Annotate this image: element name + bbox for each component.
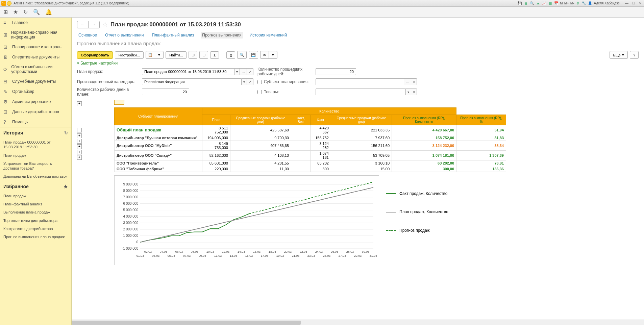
row-expand-box[interactable]: + — [77, 150, 82, 154]
subject-checkbox[interactable] — [257, 80, 262, 84]
preview-button[interactable]: 🔍 — [237, 51, 247, 59]
tab-2[interactable]: План-фактный анализ — [150, 32, 195, 39]
expand-all-button[interactable]: ⊞ — [189, 51, 197, 59]
tab-1[interactable]: Отчет о выполнении — [104, 32, 145, 39]
table-row[interactable]: Дистрибьютор ООО "Склад+"82 162,0004 108… — [115, 150, 506, 160]
horizontal-scrollbar[interactable] — [72, 320, 644, 325]
row-expand-box[interactable]: + — [77, 144, 82, 149]
user-name[interactable]: Аделя Хабаидзе — [594, 1, 620, 5]
collapse-total-box[interactable]: − — [77, 128, 82, 132]
email-button[interactable]: ✉ — [260, 51, 269, 59]
favorites-icon[interactable]: ★ — [13, 9, 18, 15]
save-icon[interactable]: 💾 — [517, 1, 522, 6]
preview-icon[interactable]: 🔍 — [529, 1, 534, 6]
days-plan-input[interactable] — [142, 89, 189, 95]
sidebar-item-9[interactable]: ?Помощь — [0, 117, 71, 127]
settings-button[interactable]: Настройки... — [115, 51, 144, 59]
plan-open-btn[interactable]: ↗ — [247, 68, 253, 75]
row-expand-box[interactable]: + — [77, 139, 82, 144]
print-button[interactable]: 🖨 — [226, 51, 235, 59]
fav-link-1[interactable]: План-фактный анализ — [0, 200, 71, 208]
fav-link-4[interactable]: Контрагенты дистрибьютора — [0, 225, 71, 233]
goods-input[interactable] — [316, 89, 406, 95]
calendar-select-btn[interactable]: ▾ — [242, 78, 247, 85]
days-passed-input[interactable] — [316, 68, 356, 75]
mem-minus-icon[interactable]: M- — [570, 1, 574, 5]
help-button[interactable]: ? — [630, 51, 639, 59]
restore-icon[interactable]: ❐ — [631, 1, 636, 6]
graph-icon[interactable]: 📈 — [542, 1, 546, 6]
mem-plus-icon[interactable]: M+ — [564, 1, 569, 5]
plan-more-btn[interactable]: … — [240, 68, 247, 75]
grid-icon[interactable]: ▦ — [548, 1, 552, 6]
fav-link-2[interactable]: Выполнение плана продаж — [0, 208, 71, 216]
fav-link-0[interactable]: План продаж — [0, 192, 71, 200]
sidebar-item-4[interactable]: ⟳Обмен с мобильными устройствами — [0, 62, 71, 76]
table-row[interactable]: ООО "Табачная фабрика"220,00011,0030015,… — [115, 166, 506, 172]
fav-star-icon[interactable]: ★ — [64, 184, 68, 189]
email-dropdown[interactable]: ▾ — [269, 51, 277, 59]
more-button[interactable]: Еще ▾ — [610, 51, 628, 59]
history-link-2[interactable]: Устраивает ли Вас скорость доставки това… — [0, 159, 71, 173]
subject-more-btn[interactable]: … — [404, 78, 411, 85]
search-icon[interactable]: 🔍 — [33, 9, 40, 15]
svg-text:25.03: 25.03 — [323, 254, 331, 257]
tools-icon[interactable]: 🔧 — [581, 1, 586, 6]
tab-0[interactable]: Основное — [77, 32, 98, 39]
tab-3[interactable]: Прогноз выполнения — [201, 32, 243, 39]
sidebar-item-6[interactable]: ✎Органайзер — [0, 86, 71, 97]
history-link-1[interactable]: План продаж — [0, 151, 71, 159]
plan-input[interactable] — [142, 68, 234, 75]
sidebar-item-8[interactable]: ⊡Данные дистрибьюторов — [0, 107, 71, 117]
goods-checkbox[interactable] — [257, 90, 262, 94]
cloud-icon[interactable]: ☁ — [536, 1, 540, 6]
calendar-input[interactable] — [142, 78, 242, 85]
sidebar-item-0[interactable]: ≡Главное — [0, 18, 71, 28]
sidebar-item-7[interactable]: ⚙Администрирование — [0, 97, 71, 107]
forward-button[interactable]: → — [89, 21, 99, 28]
table-row[interactable]: ООО "Производитель"85 631,0004 281,5563 … — [115, 160, 506, 166]
back-button[interactable]: ← — [77, 21, 89, 28]
tab-4[interactable]: История изменений — [248, 32, 288, 39]
minimize-icon[interactable]: — — [624, 1, 629, 6]
history-clock-icon[interactable]: ↻ — [64, 130, 68, 135]
generate-button[interactable]: Сформировать — [77, 51, 113, 59]
variants-button[interactable]: 📋 — [146, 51, 155, 59]
favorite-toggle-icon[interactable]: ☆ — [102, 21, 108, 28]
table-row[interactable]: Дистрибьютор ООО "MyDistr"8 149 733,0004… — [115, 141, 506, 150]
plan-select-btn[interactable]: ▾ — [234, 68, 240, 75]
history-icon[interactable]: ↻ — [23, 9, 28, 15]
table-row[interactable]: Общий план продаж8 511 752,000425 587,60… — [115, 125, 506, 135]
collapse-all-button[interactable]: ⊟ — [199, 51, 208, 59]
sidebar-item-2[interactable]: ⊡Планирование и контроль — [0, 42, 71, 52]
variants-dropdown[interactable]: ▾ — [155, 51, 164, 59]
goods-clear-btn[interactable]: × — [411, 89, 417, 95]
print-icon[interactable]: 🖨 — [523, 1, 528, 6]
row-expand-box[interactable]: + — [77, 133, 82, 138]
row-expand-box[interactable]: + — [77, 155, 82, 160]
fav-link-3[interactable]: Торговые точки дистрибьютора — [0, 217, 71, 225]
expand-all-box[interactable]: + — [77, 101, 82, 106]
table-row[interactable]: Дистрибьютор "Лучшая оптовая компания"19… — [115, 135, 506, 141]
close-icon[interactable]: ✕ — [638, 1, 643, 6]
zoom-icon[interactable]: ⊕ — [575, 1, 580, 6]
sum-button[interactable]: Σ — [210, 51, 219, 59]
notifications-icon[interactable]: 🔔 — [45, 9, 52, 15]
find-button[interactable]: Найти... — [166, 51, 187, 59]
mem-icon[interactable]: M — [560, 1, 563, 5]
apps-icon[interactable]: ⊞ — [3, 9, 8, 15]
history-link-0[interactable]: План продаж 000000001 от 15.03.2019 11:5… — [0, 138, 71, 151]
calendar-open-btn[interactable]: ↗ — [247, 78, 253, 85]
sidebar-item-1[interactable]: ⊞Нормативно-справочная информация — [0, 28, 71, 42]
report-table: Субъект планирования Количество План Сре… — [114, 107, 506, 172]
calendar-icon[interactable]: 📅 — [554, 1, 559, 6]
history-link-3[interactable]: Довольны ли Вы объемами поставок — [0, 172, 71, 180]
sidebar-item-5[interactable]: ⊟Служебные документы — [0, 76, 71, 86]
sidebar-item-3[interactable]: 🗎Оперативные документы — [0, 52, 71, 62]
quick-settings-toggle[interactable]: ▾ Быстрые настройки — [77, 61, 639, 66]
save-button[interactable]: 💾 — [249, 51, 258, 59]
subject-clear-btn[interactable]: × — [411, 78, 417, 85]
fav-link-5[interactable]: Прогноз выполнения плана продаж — [0, 233, 71, 241]
goods-select-btn[interactable]: ▾ — [406, 89, 411, 95]
subject-input[interactable] — [316, 78, 404, 85]
